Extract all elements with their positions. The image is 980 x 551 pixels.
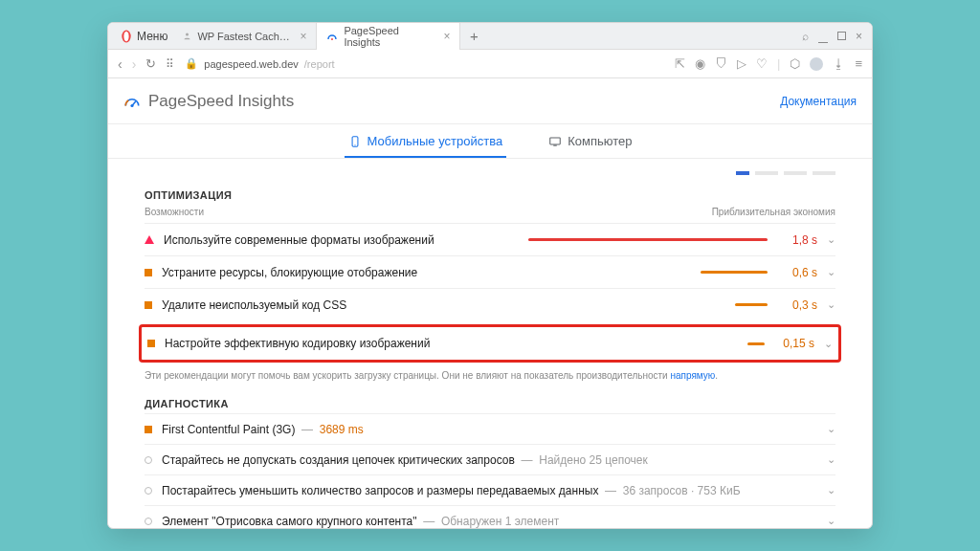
share-icon[interactable]: ⇱ <box>675 56 685 71</box>
toolbar-icons: ⇱ ◉ ⛉ ▷ ♡ | ⬡ ⭳ ≡ <box>675 56 862 71</box>
chevron-down-icon[interactable]: ⌄ <box>824 338 833 350</box>
device-tabs: Мобильные устройства Компьютер <box>108 124 872 159</box>
chevron-down-icon[interactable]: ⌄ <box>827 298 835 311</box>
reload-button[interactable]: ↻ <box>145 56 156 71</box>
menu-icon[interactable]: ≡ <box>855 56 862 71</box>
new-tab-button[interactable]: + <box>460 28 487 44</box>
savings-value: 0,3 s <box>777 298 817 312</box>
diagnostic-row[interactable]: Постарайтесь уменьшить количество запрос… <box>145 474 835 505</box>
svg-point-3 <box>331 37 333 39</box>
maximize-button[interactable] <box>837 30 846 43</box>
section-optimization-title: Оптимизация <box>145 189 835 201</box>
warning-square-icon <box>145 426 152 433</box>
svg-point-2 <box>186 33 189 35</box>
chevron-down-icon[interactable]: ⌄ <box>827 453 835 466</box>
optimization-column-headers: Возможности Приблизительная экономия <box>145 205 835 223</box>
svg-rect-9 <box>553 144 557 145</box>
savings-value: 0,6 s <box>777 266 817 279</box>
savings-bar <box>516 342 765 345</box>
address-bar: ‹ › ↻ ⠿ 🔒 pagespeed.web.dev/report ⇱ ◉ ⛉… <box>108 50 872 78</box>
savings-bar <box>519 303 768 306</box>
pagespeed-favicon-icon <box>326 31 338 42</box>
tab-pagespeed[interactable]: PageSpeed Insights × <box>317 23 460 50</box>
section-diagnostics-title: Диагностика <box>145 398 835 409</box>
heart-icon[interactable]: ♡ <box>756 56 768 71</box>
diagnostic-label: Постарайтесь уменьшить количество запрос… <box>162 484 817 497</box>
optimization-note: Эти рекомендации могут помочь вам ускори… <box>145 368 835 383</box>
opportunity-label: Устраните ресурсы, блокирующие отображен… <box>162 266 509 279</box>
url-field[interactable]: 🔒 pagespeed.web.dev/report <box>185 57 665 70</box>
apps-button[interactable]: ⠿ <box>166 57 175 71</box>
optimization-row[interactable]: Настройте эффективную кодировку изображе… <box>142 327 838 360</box>
diagnostic-label: Элемент "Отрисовка самого крупного конте… <box>162 515 817 528</box>
play-icon[interactable]: ▷ <box>737 56 746 71</box>
product-logo[interactable]: PageSpeed Insights <box>123 92 294 111</box>
generic-favicon-icon <box>183 31 191 42</box>
page-header: PageSpeed Insights Документация <box>108 78 872 124</box>
opera-icon <box>120 30 133 43</box>
opera-menu[interactable]: Меню <box>114 30 173 43</box>
forward-button[interactable]: › <box>132 56 137 72</box>
diagnostic-label: First Contentful Paint (3G) — 3689 ms <box>162 423 817 436</box>
extension-icon[interactable]: ⬡ <box>790 56 800 71</box>
optimization-row[interactable]: Удалите неиспользуемый код CSS 0,3 s ⌄ <box>145 288 835 320</box>
close-window-button[interactable]: × <box>856 30 862 43</box>
chevron-down-icon[interactable]: ⌄ <box>827 233 835 246</box>
note-text: Эти рекомендации могут помочь вам ускори… <box>145 370 670 381</box>
shield-icon[interactable]: ⛉ <box>715 56 727 71</box>
download-icon[interactable]: ⭳ <box>833 56 845 71</box>
warning-square-icon <box>147 340 155 347</box>
optimization-row[interactable]: Используйте современные форматы изображе… <box>145 223 835 255</box>
chevron-down-icon[interactable]: ⌄ <box>827 484 835 496</box>
browser-window: Меню WP Fastest Cache Settings × PageSpe… <box>107 22 873 529</box>
tab-label: WP Fastest Cache Settings <box>197 31 294 42</box>
chevron-down-icon[interactable]: ⌄ <box>827 515 835 527</box>
tab-desktop[interactable]: Компьютер <box>545 134 635 158</box>
savings-value: 1,8 s <box>777 233 817 247</box>
chevron-down-icon[interactable]: ⌄ <box>827 423 835 435</box>
opportunity-label: Используйте современные форматы изображе… <box>164 233 509 247</box>
savings-value: 0,15 s <box>774 337 814 350</box>
diagnostic-label: Старайтесь не допускать создания цепочек… <box>162 453 817 467</box>
svg-point-1 <box>123 31 128 41</box>
warning-square-icon <box>145 301 152 309</box>
diagnostic-row[interactable]: Элемент "Отрисовка самого крупного конте… <box>145 505 835 528</box>
window-controls: ⌕ × <box>802 30 866 43</box>
tab-desktop-label: Компьютер <box>568 134 632 148</box>
highlighted-row: Настройте эффективную кодировку изображе… <box>139 324 841 363</box>
svg-line-5 <box>132 101 136 106</box>
lock-icon: 🔒 <box>185 57 198 70</box>
diagnostic-row[interactable]: First Contentful Paint (3G) — 3689 ms ⌄ <box>145 413 835 444</box>
opportunity-label: Удалите неиспользуемый код CSS <box>162 298 509 312</box>
info-circle-icon <box>145 456 152 464</box>
savings-bar <box>519 238 768 241</box>
report-content: Оптимизация Возможности Приблизительная … <box>108 159 872 528</box>
svg-rect-8 <box>550 137 561 143</box>
opportunity-label: Настройте эффективную кодировку изображе… <box>165 337 506 350</box>
note-link[interactable]: напрямую <box>670 370 715 381</box>
tab-mobile-label: Мобильные устройства <box>368 134 503 148</box>
mobile-icon <box>348 135 362 148</box>
warning-square-icon <box>145 269 152 276</box>
avatar-icon[interactable] <box>810 57 823 71</box>
info-circle-icon <box>145 518 152 525</box>
minimize-button[interactable] <box>818 30 828 43</box>
desktop-icon <box>548 135 562 148</box>
search-icon[interactable]: ⌕ <box>802 30 809 43</box>
opera-menu-label: Меню <box>137 30 167 43</box>
warning-triangle-icon <box>145 235 154 244</box>
svg-point-7 <box>354 144 355 145</box>
back-button[interactable]: ‹ <box>118 56 122 72</box>
docs-link[interactable]: Документация <box>780 95 857 108</box>
prior-section-stub <box>145 166 835 180</box>
tab-mobile[interactable]: Мобильные устройства <box>345 134 507 158</box>
url-host: pagespeed.web.dev <box>204 58 298 70</box>
product-title: PageSpeed Insights <box>148 92 294 111</box>
diagnostic-row[interactable]: Старайтесь не допускать создания цепочек… <box>145 444 835 474</box>
close-icon[interactable]: × <box>443 30 450 43</box>
close-icon[interactable]: × <box>300 30 306 43</box>
chevron-down-icon[interactable]: ⌄ <box>827 266 835 278</box>
camera-icon[interactable]: ◉ <box>695 56 705 71</box>
optimization-row[interactable]: Устраните ресурсы, блокирующие отображен… <box>145 255 835 288</box>
tab-wp-cache[interactable]: WP Fastest Cache Settings × <box>173 23 317 50</box>
